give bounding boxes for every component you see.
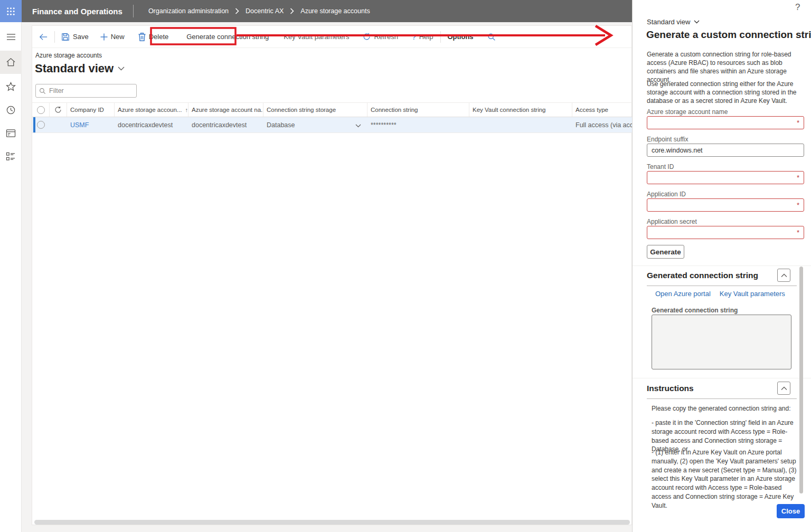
cell-storage-account-name[interactable]: docentricaxdevtest — [188, 117, 263, 132]
close-button[interactable]: Close — [777, 504, 805, 518]
grid-refresh-header[interactable] — [50, 103, 67, 117]
toolbar-divider — [54, 31, 55, 43]
section-header-rule — [647, 398, 797, 399]
storage-account-name-input[interactable] — [647, 117, 797, 129]
cell-connection-string-storage[interactable]: Database — [263, 117, 367, 132]
workspaces-icon — [6, 152, 16, 161]
trash-icon — [138, 33, 146, 41]
search-icon — [39, 88, 46, 94]
column-header-company-id[interactable]: Company ID — [67, 103, 115, 117]
breadcrumb-docentric-ax[interactable]: Docentric AX — [246, 7, 284, 15]
sidebar-item-favorites[interactable] — [0, 76, 22, 97]
column-header-access-type[interactable]: Access type — [572, 103, 633, 117]
sidebar-item-recent[interactable] — [0, 99, 22, 120]
view-selector[interactable]: Standard view — [35, 62, 125, 75]
sidebar-menu-button[interactable] — [0, 26, 22, 48]
refresh-button[interactable]: Refresh — [363, 33, 398, 41]
new-button[interactable]: New — [100, 33, 125, 41]
required-asterisk: * — [797, 201, 799, 209]
save-label: Save — [73, 33, 89, 41]
select-all-radio[interactable] — [37, 106, 45, 114]
grid-header-row: Company ID Azure storage accoun...↑ Azur… — [32, 102, 633, 117]
field-application-secret: * — [647, 226, 804, 239]
chevron-up-icon — [781, 386, 787, 391]
chevron-right-icon — [235, 8, 239, 14]
generated-output-label: Generated connection string — [652, 307, 738, 314]
cell-key-vault-connection-string[interactable] — [469, 117, 572, 132]
refresh-icon — [54, 106, 62, 113]
field-label-storage-account-name: Azure storage account name — [647, 108, 728, 116]
horizontal-scrollbar[interactable] — [34, 520, 630, 525]
key-vault-parameters-button[interactable]: Key Vault parameters — [284, 33, 349, 41]
field-label-application-id: Application ID — [647, 191, 686, 198]
column-header-key-vault-connection-string[interactable]: Key Vault connection string — [469, 103, 572, 117]
table-row[interactable]: USMF docentricaxdevtest docentricaxdevte… — [32, 117, 633, 133]
filter-input[interactable] — [49, 87, 128, 94]
field-endpoint-suffix — [647, 144, 804, 157]
instructions-p3: - (1) enter it in Azure Key Vault on Azu… — [652, 448, 799, 510]
breadcrumb-azure-storage-accounts[interactable]: Azure storage accounts — [300, 7, 370, 15]
panel-view-selector[interactable]: Standard view — [647, 18, 700, 26]
generated-connection-string-textarea[interactable] — [652, 315, 791, 369]
refresh-icon — [363, 33, 371, 41]
instructions-section-collapse-button[interactable] — [777, 382, 790, 395]
breadcrumb-org-admin[interactable]: Organization administration — [148, 7, 229, 15]
key-vault-parameters-link[interactable]: Key Vault parameters — [720, 290, 785, 298]
sidebar-item-home[interactable] — [0, 51, 22, 74]
delete-button[interactable]: Delete — [138, 33, 169, 41]
open-azure-portal-link[interactable]: Open Azure portal — [655, 290, 711, 298]
column-header-connection-string-storage[interactable]: Connection string storage — [263, 103, 367, 117]
generate-button[interactable]: Generate — [647, 245, 684, 259]
generated-section-collapse-button[interactable] — [777, 269, 790, 282]
chevron-down-icon — [694, 20, 700, 24]
tenant-id-input[interactable] — [647, 172, 797, 184]
star-icon — [6, 82, 16, 91]
section-divider — [633, 265, 811, 266]
selected-row-accent — [33, 117, 35, 132]
toolbar-search-button[interactable] — [487, 33, 496, 41]
view-title: Standard view — [35, 62, 114, 75]
application-secret-input[interactable] — [647, 226, 797, 239]
refresh-label: Refresh — [374, 33, 398, 41]
panel-help-icon[interactable]: ? — [795, 2, 800, 13]
toolbar-divider — [440, 31, 441, 43]
search-icon — [487, 33, 496, 41]
plus-icon — [100, 33, 108, 41]
home-icon — [6, 58, 16, 67]
cell-storage-account[interactable]: docentricaxdevtest — [115, 117, 188, 132]
required-asterisk: * — [797, 174, 799, 182]
app-launcher-button[interactable] — [0, 0, 22, 22]
panel-title: Generate a custom connection string — [646, 29, 811, 41]
cell-connection-string[interactable]: ********** — [367, 117, 469, 132]
options-button[interactable]: Options — [447, 33, 473, 41]
sidebar-item-forms[interactable] — [0, 122, 22, 144]
left-sidebar — [0, 22, 22, 532]
delete-label: Delete — [149, 33, 169, 41]
required-asterisk: * — [797, 119, 799, 127]
column-header-storage-account-name[interactable]: Azure storage account na... — [188, 103, 263, 117]
cell-access-type[interactable]: Full access (via acce — [572, 117, 633, 132]
waffle-icon — [6, 7, 15, 16]
save-icon — [61, 33, 70, 41]
new-label: New — [111, 33, 125, 41]
instructions-p1: Please copy the generated connection str… — [652, 404, 799, 413]
breadcrumb: Organization administration Docentric AX… — [148, 7, 370, 15]
menu-icon — [6, 33, 16, 41]
help-button[interactable]: ? Help — [412, 33, 433, 41]
column-header-connection-string[interactable]: Connection string — [367, 103, 469, 117]
application-id-input[interactable] — [647, 199, 797, 211]
save-button[interactable]: Save — [61, 33, 89, 41]
cell-company-id[interactable]: USMF — [67, 117, 115, 132]
chevron-down-icon[interactable] — [355, 122, 361, 129]
column-header-storage-account[interactable]: Azure storage accoun...↑ — [115, 103, 188, 117]
sidebar-item-workspaces[interactable] — [0, 146, 22, 167]
instructions-section-title: Instructions — [647, 384, 694, 393]
chevron-up-icon — [781, 273, 787, 278]
back-button[interactable] — [39, 33, 48, 41]
select-all-header[interactable] — [32, 103, 50, 117]
panel-scrollbar[interactable] — [799, 267, 803, 493]
endpoint-suffix-input[interactable] — [647, 144, 804, 156]
generate-connection-string-button[interactable]: Generate connection string — [186, 33, 269, 41]
generated-section-title: Generated connection string — [647, 271, 758, 280]
row-select-radio[interactable] — [37, 121, 45, 129]
